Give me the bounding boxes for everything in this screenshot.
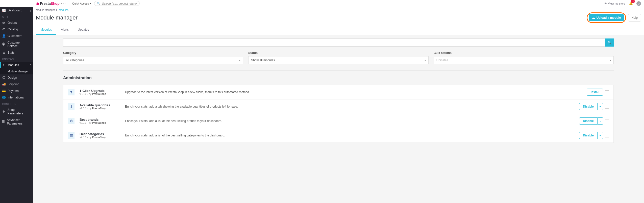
tab-alerts[interactable]: Alerts — [56, 25, 73, 35]
nav-orders[interactable]: 🛍Orders — [0, 19, 33, 26]
nav-label: Shipping — [8, 83, 19, 86]
nav-stats[interactable]: ▤Stats — [0, 49, 33, 56]
content: 🔍 Category All categories▾ Status Show a… — [33, 35, 644, 146]
status-select[interactable]: Show all modules▾ — [248, 56, 428, 64]
nav-shop-params[interactable]: ⚙Shop Parameters — [0, 107, 33, 117]
nav-label: Orders — [8, 21, 17, 25]
truck-icon: 🚚 — [2, 83, 6, 86]
topbar: ◑ PrestaShop 8.2.0 Quick Access▾ 🔍 👁View… — [33, 0, 644, 7]
nav-module-manager[interactable]: Module Manager — [0, 68, 33, 74]
module-name: Available quantities — [80, 103, 120, 107]
nav-section-improve: IMPROVE — [0, 56, 33, 62]
logo[interactable]: ◑ PrestaShop 8.2.0 — [36, 2, 66, 6]
upload-module-button[interactable]: ☁Upload a module — [589, 14, 624, 21]
trend-icon: 📈 — [2, 9, 6, 12]
bulk-select[interactable]: Uninstall▾ — [434, 56, 614, 64]
module-disable-button[interactable]: Disable — [579, 132, 598, 139]
card-icon: 💳 — [2, 89, 6, 93]
logo-text-1: Presta — [40, 2, 51, 6]
view-store-label: View my store — [608, 2, 625, 5]
module-description: Enrich your stats, add a tab showing the… — [125, 105, 574, 108]
breadcrumb-item[interactable]: Module Manager — [36, 9, 55, 11]
module-search-input[interactable] — [63, 38, 605, 47]
chevron-down-icon: ▾ — [600, 120, 601, 123]
status-value: Show all modules — [251, 58, 275, 62]
module-disable-button[interactable]: Disable — [579, 103, 598, 110]
notif-badge: 10 — [631, 0, 635, 3]
nav-design[interactable]: 🖵Design — [0, 74, 33, 81]
module-action-dropdown[interactable]: ▾ — [598, 132, 603, 139]
eye-icon: 👁 — [604, 2, 607, 5]
module-checkbox[interactable] — [605, 119, 609, 123]
module-checkbox[interactable] — [605, 90, 609, 94]
module-icon: ▥ — [68, 132, 75, 139]
module-action-dropdown[interactable]: ▾ — [598, 117, 603, 125]
nav-payment[interactable]: 💳Payment — [0, 88, 33, 94]
quick-access-label: Quick Access — [72, 2, 89, 5]
module-version: v2.0.1 - by PrestaShop — [80, 136, 120, 139]
breadcrumb: Module Manager > Modules — [36, 9, 641, 11]
module-search-button[interactable]: 🔍 — [605, 38, 614, 47]
global-search[interactable]: 🔍 — [94, 1, 140, 6]
module-icon: ⬆ — [68, 89, 75, 95]
breadcrumb-item[interactable]: Modules — [59, 9, 68, 11]
module-list: ⬆1-Click Upgradev6.3.0 - by PrestaShopUp… — [63, 85, 614, 143]
sidebar: « 📈Dashboard SELL 🛍Orders 🏷Catalog 👤Cust… — [0, 0, 33, 203]
search-icon: 🔍 — [607, 41, 612, 45]
logo-version: 8.2.0 — [61, 2, 66, 5]
nav-shipping[interactable]: 🚚Shipping — [0, 81, 33, 88]
logo-icon: ◑ — [36, 2, 39, 6]
nav-label: Modules — [8, 63, 19, 67]
nav-adv-params[interactable]: ☰Advanced Parameters — [0, 117, 33, 127]
global-search-input[interactable] — [102, 2, 137, 5]
profile-button[interactable]: ☺ — [636, 1, 641, 6]
module-description: Enrich your stats: add a list of the bes… — [125, 119, 574, 123]
nav-section-configure: CONFIGURE — [0, 101, 33, 107]
help-button[interactable]: Help — [628, 14, 641, 22]
nav-label: Payment — [8, 89, 19, 93]
caret-down-icon: ▾ — [90, 2, 91, 5]
tabs: Modules Alerts Updates — [33, 25, 644, 35]
person-icon: 👤 — [2, 34, 6, 38]
bulk-label: Bulk actions — [434, 51, 614, 55]
bar-chart-icon: ▤ — [2, 51, 6, 54]
nav-label: Dashboard — [8, 9, 22, 12]
monitor-icon: 🖵 — [2, 76, 6, 79]
page-header: Module Manager > Modules Module manager … — [33, 7, 644, 25]
module-checkbox[interactable] — [605, 134, 609, 137]
nav-label: International — [8, 96, 24, 99]
module-disable-button[interactable]: Disable — [579, 117, 598, 125]
module-description: Enrich your stats, add a list of the bes… — [125, 134, 574, 137]
nav-label: Advanced Parameters — [7, 118, 31, 125]
nav-international[interactable]: 🌐International — [0, 94, 33, 101]
headset-icon: 🕲 — [2, 43, 6, 46]
tab-updates[interactable]: Updates — [73, 25, 94, 35]
nav-customer-service[interactable]: 🕲Customer Service — [0, 39, 33, 49]
chevron-down-icon: ▾ — [600, 134, 601, 137]
module-version: v2.0.1 - by PrestaShop — [80, 107, 120, 110]
category-label: Category — [63, 51, 243, 55]
module-row: ⬇Available quantitiesv2.0.1 - by PrestaS… — [63, 99, 613, 114]
module-checkbox[interactable] — [605, 105, 609, 109]
module-action-dropdown[interactable]: ▾ — [598, 103, 603, 110]
nav-customers[interactable]: 👤Customers — [0, 33, 33, 39]
module-name: 1-Click Upgrade — [80, 89, 120, 93]
quick-access-dropdown[interactable]: Quick Access▾ — [72, 2, 91, 5]
view-store-link[interactable]: 👁View my store — [604, 2, 625, 5]
module-install-button[interactable]: Install — [587, 89, 603, 96]
nav-modules[interactable]: ✦Modules˄ — [0, 62, 33, 68]
chevron-up-icon: ˄ — [30, 64, 31, 67]
module-row: ▥Best categoriesv2.0.1 - by PrestaShopEn… — [63, 128, 613, 143]
nav-label: Design — [8, 76, 17, 79]
chevron-down-icon: ▾ — [425, 59, 426, 62]
module-row: ✪Best brandsv2.0.3 - by PrestaShopEnrich… — [63, 114, 613, 128]
tab-modules[interactable]: Modules — [36, 25, 56, 35]
bag-icon: 🛍 — [2, 21, 6, 25]
notifications-button[interactable]: 🔔10 — [629, 2, 633, 5]
nav-catalog[interactable]: 🏷Catalog — [0, 26, 33, 33]
nav-dashboard[interactable]: 📈Dashboard — [0, 7, 33, 14]
category-select[interactable]: All categories▾ — [63, 56, 243, 64]
module-name: Best brands — [80, 118, 120, 121]
page-title: Module manager — [36, 14, 78, 21]
chevron-down-icon: ▾ — [610, 59, 611, 62]
